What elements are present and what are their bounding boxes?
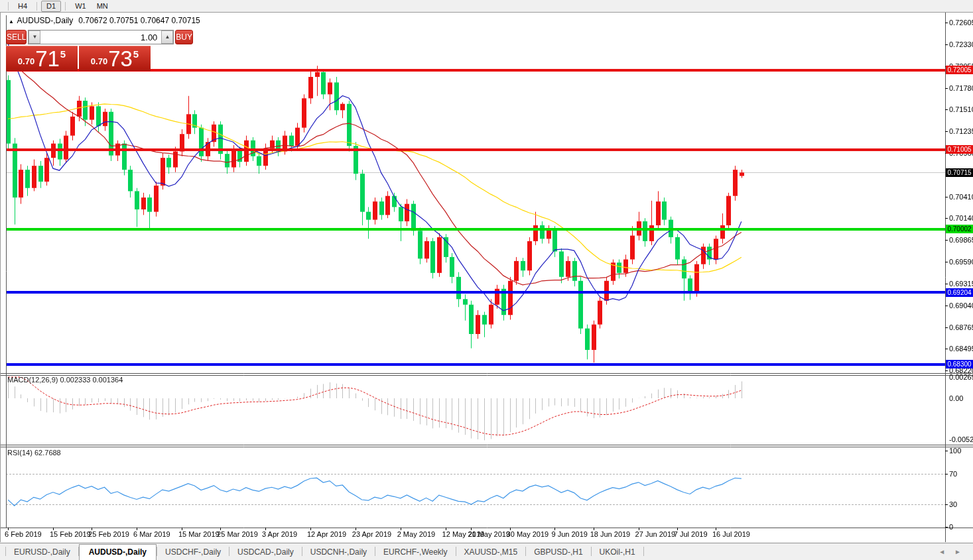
chart-window: ▲ AUDUSD-,Daily 0.70672 0.70751 0.70647 … [0, 12, 973, 542]
price-axis-label: 0.71235 [949, 127, 973, 135]
tab-gbpusd-h1[interactable]: GBPUSD-,H1 [526, 545, 590, 560]
price-chart-canvas[interactable] [1, 13, 973, 542]
date-axis-label: 15 Feb 2019 [50, 530, 91, 538]
tab-scroll-controls: ◄► [939, 548, 973, 560]
tab-eurusd-daily[interactable]: EURUSD-,Daily [6, 545, 78, 560]
macd-indicator-label: MACD(12,26,9) 0.002333 0.001364 [7, 376, 123, 384]
tab-ukoil-h1[interactable]: UKOil-,H1 [592, 545, 643, 560]
date-axis-label: 12 Apr 2019 [307, 530, 346, 538]
volume-input[interactable] [40, 30, 161, 44]
level-price-tag: 0.71005 [946, 145, 973, 154]
level-price-tag: 0.70002 [946, 225, 973, 233]
date-axis-label: 3 Apr 2019 [262, 530, 297, 538]
price-axis-label: 0.68765 [949, 323, 973, 331]
rsi-axis-label: 30 [949, 500, 957, 508]
tab-scroll-right-icon[interactable]: ► [954, 548, 961, 555]
date-axis-label: 9 Jun 2019 [552, 530, 588, 538]
volume-stepper: ▼ ▲ [28, 30, 174, 44]
ask-price-big: 73 [108, 49, 133, 69]
price-axis-label: 0.70140 [949, 214, 973, 222]
rsi-indicator-label: RSI(14) 62.7688 [7, 449, 61, 457]
toolbar-separator [8, 2, 9, 11]
volume-decrease-icon[interactable]: ▼ [29, 30, 40, 44]
date-axis-label: 6 Feb 2019 [5, 530, 42, 538]
tab-usdchf-daily[interactable]: USDCHF-,Daily [157, 545, 229, 560]
macd-axis-label: -0.005242 [949, 435, 973, 443]
chart-symbol-label: AUDUSD-,Daily [17, 16, 74, 25]
tab-scroll-left-icon[interactable]: ◄ [939, 548, 945, 555]
ask-price-box[interactable]: 0.70 73 5 [79, 46, 151, 71]
collapse-triangle-icon[interactable]: ▲ AUDUSD-,Daily [9, 16, 73, 25]
level-price-tag: 0.68300 [946, 360, 973, 368]
date-axis-label: 2 May 2019 [397, 530, 435, 538]
tab-usdcad-daily[interactable]: USDCAD-,Daily [229, 545, 302, 560]
date-axis-label: 6 Mar 2019 [133, 530, 170, 538]
ask-price-small: 0.70 [91, 56, 107, 66]
tab-separator [643, 547, 644, 556]
rsi-axis-label: 0 [949, 523, 953, 531]
current-price-tag: 0.70715 [946, 168, 973, 177]
date-axis-label: 23 Apr 2019 [352, 530, 391, 538]
bid-price-small: 0.70 [18, 56, 34, 66]
date-axis-label: 27 Jun 2019 [635, 530, 676, 538]
chart-tab-bar: EURUSD-,DailyAUDUSD-,DailyUSDCHF-,DailyU… [0, 543, 973, 560]
price-axis-label: 0.69040 [949, 302, 973, 309]
chart-ohlc-values: 0.70672 0.70751 0.70647 0.70715 [78, 16, 200, 25]
price-axis-label: 0.71510 [949, 105, 973, 113]
timeframe-button-d1[interactable]: D1 [41, 1, 61, 12]
rsi-axis-label: 70 [949, 470, 957, 478]
timeframe-button-w1[interactable]: W1 [70, 1, 92, 12]
ask-price-pip: 5 [133, 48, 139, 60]
rsi-axis-label: 100 [949, 447, 961, 455]
price-axis-label: 0.69315 [949, 280, 973, 288]
date-axis-label: 21 May 2019 [468, 530, 510, 538]
date-axis-label: 16 Jul 2019 [712, 530, 750, 538]
price-axis-label: 0.70410 [949, 193, 973, 201]
timeframe-button-h4[interactable]: H4 [13, 1, 32, 12]
chart-header: ▲ AUDUSD-,Daily 0.70672 0.70751 0.70647 … [9, 16, 200, 25]
macd-axis-label: 0.002694 [949, 373, 973, 381]
timeframe-toolbar: H4D1W1MN [0, 0, 973, 12]
tab-xauusd-m15[interactable]: XAUUSD-,M15 [456, 545, 526, 560]
sell-button[interactable]: SELL [6, 30, 27, 44]
price-axis-label: 0.69865 [949, 236, 973, 244]
level-price-tag: 0.72005 [946, 66, 973, 74]
buy-button[interactable]: BUY [175, 30, 193, 44]
date-axis-label: 25 Feb 2019 [88, 530, 129, 538]
trading-terminal: { "toolbar": { "timeframes": [ { "label"… [0, 0, 973, 560]
bid-price-box[interactable]: 0.70 71 5 [6, 46, 78, 71]
price-axis-label: 0.68495 [949, 345, 973, 353]
date-axis-label: 15 Mar 2019 [178, 530, 220, 538]
toolbar-separator [65, 2, 66, 11]
bid-price-pip: 5 [60, 48, 66, 60]
level-price-tag: 0.69204 [946, 288, 973, 297]
price-axis-label: 0.71780 [949, 84, 973, 92]
timeframe-button-mn[interactable]: MN [92, 1, 113, 12]
tab-eurchf-weekly[interactable]: EURCHF-,Weekly [375, 545, 455, 560]
tab-usdcnh-daily[interactable]: USDCNH-,Daily [302, 545, 375, 560]
date-axis-label: 18 Jun 2019 [590, 530, 631, 538]
price-axis-label: 0.72605 [949, 19, 973, 27]
price-axis-label: 0.72330 [949, 40, 973, 48]
date-axis-label: 30 May 2019 [507, 530, 549, 538]
date-axis-label: 7 Jul 2019 [674, 530, 708, 538]
toolbar-separator [36, 2, 37, 11]
bid-price-big: 71 [35, 49, 60, 69]
volume-increase-icon[interactable]: ▲ [161, 30, 173, 44]
tab-audusd-daily[interactable]: AUDUSD-,Daily [79, 544, 157, 560]
date-axis-label: 25 Mar 2019 [217, 530, 258, 538]
macd-axis-label: 0.00 [949, 394, 963, 402]
one-click-trade-panel: SELL ▼ ▲ BUY 0.70 71 5 0.70 73 5 [6, 30, 151, 71]
price-axis-label: 0.69590 [949, 258, 973, 266]
